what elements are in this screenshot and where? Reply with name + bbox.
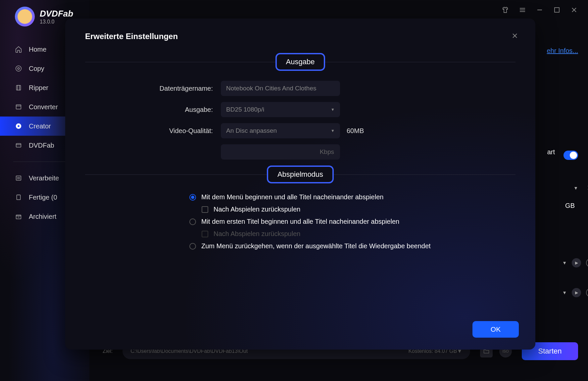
modal-title: Erweiterte Einstellungen (85, 32, 515, 41)
sidebar-label: DVDFab (29, 142, 54, 149)
radio-icon (189, 218, 196, 225)
disc-name-label: Datenträgername: (85, 85, 221, 92)
rewind-label: Nach Abspielen zurückspulen (214, 206, 300, 213)
radio-icon (189, 194, 196, 201)
playmode-label: Zum Menü zurückgehen, wenn der ausgewähl… (201, 242, 431, 250)
kbps-unit: Kbps (320, 148, 334, 156)
rewind-label: Nach Abspielen zurückspulen (214, 230, 300, 238)
chevron-down-icon[interactable]: ▼ (562, 290, 567, 295)
sidebar-label: Creator (29, 122, 51, 130)
home-icon (15, 46, 22, 53)
queue-row-1: ▼ ▶ C (562, 258, 588, 267)
close-icon[interactable] (511, 32, 519, 40)
ok-button[interactable]: OK (472, 321, 519, 338)
sidebar-label: Home (29, 46, 46, 53)
checkbox-icon (202, 231, 208, 237)
sidebar-label: Ripper (29, 84, 48, 92)
playmode-label: Mit dem ersten Titel beginnen und alle T… (201, 218, 399, 225)
disc-name-input[interactable]: Notebook On Cities And Clothes (221, 81, 340, 96)
svg-point-6 (18, 125, 20, 127)
output-select[interactable]: BD25 1080p/i (221, 102, 340, 117)
circle-icon[interactable]: C (586, 288, 588, 297)
output-badge: Ausgabe (275, 53, 325, 71)
kbps-input[interactable]: Kbps (221, 144, 340, 160)
playmode-badge: Abspielmodus (267, 166, 334, 183)
radio-icon (189, 243, 196, 250)
output-value: BD25 1080p/i (226, 106, 264, 113)
advanced-settings-modal: Erweiterte Einstellungen Ausgabe Datentr… (65, 19, 535, 350)
sidebar-label: Copy (29, 65, 44, 72)
playmode-option-2[interactable]: Mit dem ersten Titel beginnen und alle T… (85, 218, 515, 225)
app-name: DVDFab (40, 9, 73, 19)
sidebar-label: Verarbeite (29, 174, 59, 182)
list-icon (15, 174, 22, 182)
circle-icon[interactable]: C (586, 259, 588, 267)
svg-point-2 (18, 68, 20, 70)
row-close-icon[interactable] (586, 184, 588, 191)
sidebar-label: Converter (29, 103, 58, 111)
rewind-checkbox-1[interactable]: Nach Abspielen zurückspulen (85, 206, 515, 213)
playmode-section-header: Abspielmodus (85, 166, 515, 183)
art-suffix: art (547, 148, 555, 156)
quality-value: An Disc anpassen (226, 127, 277, 134)
quality-label: Video-Qualität: (85, 127, 221, 135)
rewind-checkbox-2: Nach Abspielen zurückspulen (85, 230, 515, 238)
creator-icon (15, 122, 22, 130)
size-extra: 60MB (347, 127, 364, 135)
playmode-option-3[interactable]: Zum Menü zurückgehen, wenn der ausgewähl… (85, 242, 515, 250)
output-label: Ausgabe: (85, 106, 221, 114)
svg-rect-4 (16, 105, 21, 109)
gb-suffix: GB (565, 202, 575, 210)
copy-icon (15, 65, 22, 72)
converter-icon (15, 103, 22, 111)
svg-rect-9 (17, 195, 21, 200)
quality-select[interactable]: An Disc anpassen (221, 123, 340, 138)
svg-point-1 (16, 66, 22, 71)
chevron-down-icon[interactable]: ▼ (562, 260, 567, 265)
svg-rect-7 (16, 144, 21, 147)
more-info-link[interactable]: ehr Infos... (547, 47, 578, 55)
ripper-icon (15, 84, 22, 91)
svg-rect-3 (17, 85, 21, 90)
svg-rect-8 (16, 176, 21, 180)
chevron-down-icon[interactable]: ▼ (573, 185, 578, 191)
logo-icon (15, 7, 35, 26)
clipboard-icon (15, 194, 22, 201)
queue-row-2: ▼ ▶ C (562, 288, 588, 297)
enlarge-toggle[interactable] (564, 151, 578, 160)
play-icon[interactable]: ▶ (572, 258, 581, 267)
disc-name-value: Notebook On Cities And Clothes (226, 85, 317, 92)
play-icon[interactable]: ▶ (572, 288, 581, 297)
sidebar-label: Fertige (0 (29, 194, 57, 201)
checkbox-icon (202, 206, 208, 213)
output-section-header: Ausgabe (85, 53, 515, 71)
sidebar-label: Archiviert (29, 213, 56, 220)
playmode-option-1[interactable]: Mit dem Menü beginnen und alle Titel nac… (85, 193, 515, 201)
archive-icon (15, 213, 22, 220)
dvdfab-icon (15, 142, 22, 149)
playmode-label: Mit dem Menü beginnen und alle Titel nac… (201, 193, 383, 201)
